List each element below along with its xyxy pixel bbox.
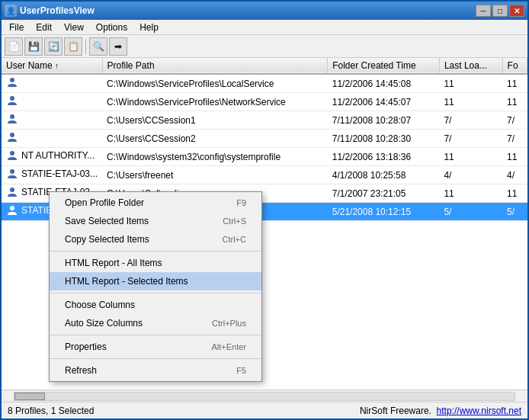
ctx-label: Copy Selected Items (65, 234, 149, 245)
col-fo[interactable]: Fo (502, 58, 527, 74)
menu-edit[interactable]: Edit (30, 21, 58, 34)
titlebar: 👤 UserProfilesView ─ □ ✕ (2, 2, 527, 20)
ctx-sep4 (50, 358, 261, 359)
cell-lastload: 11 (439, 74, 502, 93)
ctx-html-selected[interactable]: HTML Report - Selected Items (50, 272, 261, 290)
scroll-track[interactable] (14, 392, 515, 401)
svg-point-4 (10, 151, 14, 155)
ctx-save-selected[interactable]: Save Selected Items Ctrl+S (50, 212, 261, 230)
cell-username (2, 111, 102, 130)
cell-created: 11/2/2006 14:45:07 (328, 93, 440, 111)
svg-point-6 (10, 188, 14, 192)
status-left: 8 Profiles, 1 Selected (8, 406, 94, 416)
window-title: UserProfilesView (20, 5, 476, 16)
maximize-button[interactable]: □ (492, 5, 508, 17)
cell-username (2, 130, 102, 148)
ctx-sep2 (50, 293, 261, 293)
close-button[interactable]: ✕ (509, 5, 524, 17)
menu-file[interactable]: File (3, 21, 30, 34)
scroll-thumb[interactable] (14, 393, 45, 400)
context-menu: Open Profile Folder F9 Save Selected Ite… (49, 191, 262, 382)
table-row[interactable]: C:\Windows\ServiceProfiles\NetworkServic… (2, 93, 527, 111)
ctx-shortcut: F9 (236, 198, 246, 207)
ctx-shortcut: F5 (236, 366, 246, 375)
cell-path: C:\Windows\ServiceProfiles\LocalService (102, 74, 328, 93)
table-row[interactable]: C:\Windows\ServiceProfiles\LocalService … (2, 74, 527, 93)
horizontal-scrollbar[interactable] (2, 390, 527, 402)
toolbar-new[interactable]: 📄 (5, 37, 23, 56)
cell-created: 5/21/2008 10:12:15 (328, 203, 440, 221)
ctx-shortcut: Ctrl+Plus (212, 319, 246, 328)
table-row[interactable]: C:\Users\CCSession2 7/11/2008 10:28:30 7… (2, 130, 527, 148)
table-header-row: User Name ↑ Profile Path Folder Created … (2, 58, 527, 74)
toolbar-sep1 (85, 39, 86, 54)
app-icon: 👤 (5, 5, 17, 17)
cell-path: C:\Windows\ServiceProfiles\NetworkServic… (102, 93, 328, 111)
cell-fo: 5/ (502, 203, 527, 221)
ctx-shortcut: Ctrl+S (223, 216, 246, 226)
col-username[interactable]: User Name ↑ (2, 58, 102, 74)
cell-fo: 7/ (502, 130, 527, 148)
minimize-button[interactable]: ─ (476, 5, 491, 17)
cell-lastload: 11 (439, 93, 502, 111)
toolbar-refresh[interactable]: 🔄 (44, 37, 63, 56)
ctx-label: Choose Columns (65, 300, 135, 310)
col-last-load[interactable]: Last Loa... (439, 58, 502, 74)
svg-point-2 (10, 114, 14, 119)
cell-fo: 11 (502, 93, 527, 111)
svg-point-1 (10, 96, 14, 101)
col-folder-created[interactable]: Folder Created Time (328, 58, 440, 74)
ctx-refresh[interactable]: Refresh F5 (50, 361, 261, 380)
cell-fo: 11 (502, 74, 527, 93)
toolbar-copy[interactable]: 📋 (64, 37, 82, 56)
ctx-label: Auto Size Columns (65, 318, 143, 329)
ctx-open-profile-folder[interactable]: Open Profile Folder F9 (50, 194, 261, 212)
table-row[interactable]: C:\Users\CCSession1 7/11/2008 10:28:07 7… (2, 111, 527, 130)
menu-view[interactable]: View (58, 21, 90, 34)
menu-options[interactable]: Options (90, 21, 133, 34)
ctx-choose-columns[interactable]: Choose Columns (50, 296, 261, 314)
table-container: User Name ↑ Profile Path Folder Created … (2, 58, 527, 390)
menubar: File Edit View Options Help (2, 20, 527, 35)
cell-created: 4/1/2008 10:25:58 (328, 166, 440, 184)
cell-lastload: 11 (439, 184, 502, 203)
ctx-shortcut: Ctrl+C (223, 235, 246, 244)
ctx-shortcut: Alt+Enter (211, 342, 246, 351)
window-controls: ─ □ ✕ (476, 5, 524, 17)
status-right: NirSoft Freeware. http://www.nirsoft.net (360, 406, 521, 416)
cell-path: C:\Users\CCSession1 (102, 111, 328, 130)
col-profile-path[interactable]: Profile Path (102, 58, 328, 74)
cell-username: STATIE-ETAJ-03... (2, 166, 102, 184)
ctx-copy-selected[interactable]: Copy Selected Items Ctrl+C (50, 230, 261, 248)
toolbar-search[interactable]: 🔍 (89, 37, 107, 56)
svg-point-7 (10, 206, 14, 210)
cell-lastload: 7/ (439, 111, 502, 130)
svg-point-0 (10, 78, 14, 82)
nirsoft-link[interactable]: http://www.nirsoft.net (437, 406, 521, 416)
table-row[interactable]: NT AUTHORITY... C:\Windows\system32\conf… (2, 148, 527, 166)
toolbar-save[interactable]: 💾 (24, 37, 43, 56)
ctx-label: Save Selected Items (65, 216, 149, 226)
menu-help[interactable]: Help (133, 21, 165, 34)
ctx-properties[interactable]: Properties Alt+Enter (50, 338, 261, 356)
cell-username: NT AUTHORITY... (2, 148, 102, 166)
toolbar-go[interactable]: ➡ (109, 37, 127, 56)
cell-created: 7/11/2008 10:28:07 (328, 111, 440, 130)
cell-lastload: 5/ (439, 203, 502, 221)
ctx-html-all[interactable]: HTML Report - All Items (50, 254, 261, 272)
ctx-label: Properties (65, 341, 107, 352)
cell-created: 7/11/2008 10:28:30 (328, 130, 440, 148)
cell-path: C:\Users\CCSession2 (102, 130, 328, 148)
nirsoft-label: NirSoft Freeware. (360, 406, 431, 416)
cell-username (2, 74, 102, 93)
svg-point-3 (10, 133, 14, 137)
cell-created: 11/2/2006 13:18:36 (328, 148, 440, 166)
cell-fo: 11 (502, 148, 527, 166)
ctx-sep3 (50, 335, 261, 335)
ctx-auto-size[interactable]: Auto Size Columns Ctrl+Plus (50, 314, 261, 332)
cell-fo: 11 (502, 184, 527, 203)
ctx-label: Open Profile Folder (65, 197, 144, 208)
svg-point-5 (10, 169, 14, 174)
cell-lastload: 7/ (439, 130, 502, 148)
table-row[interactable]: STATIE-ETAJ-03... C:\Users\freenet 4/1/2… (2, 166, 527, 184)
